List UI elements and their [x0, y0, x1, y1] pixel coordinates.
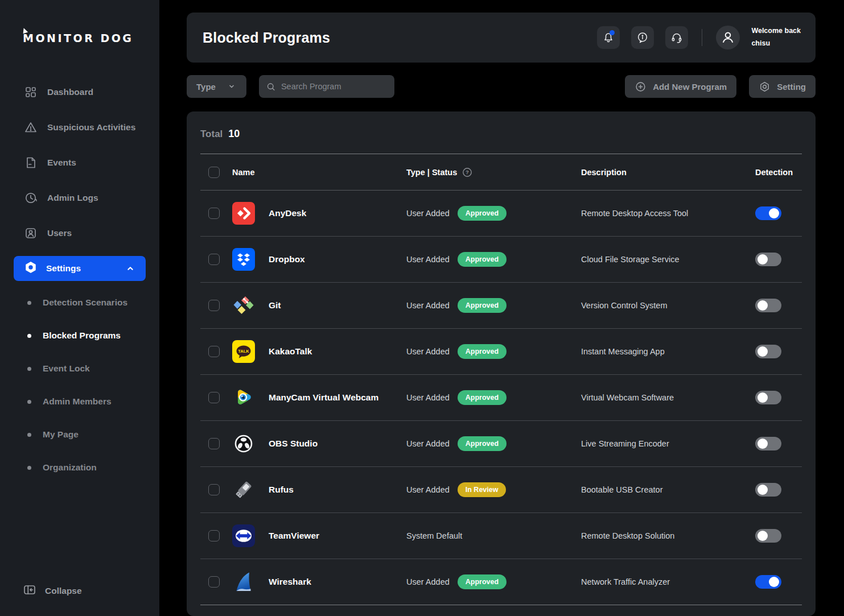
app-root: MONITOR DOG Dashboard Suspicious [0, 0, 844, 616]
detection-toggle[interactable] [755, 575, 781, 589]
row-checkbox[interactable] [208, 392, 220, 403]
search-input[interactable] [281, 82, 388, 91]
program-description: Bootable USB Creator [581, 485, 755, 494]
subnav-item-admin-members[interactable]: Admin Members [0, 385, 159, 418]
status-badge: Approved [458, 252, 507, 267]
toggle-knob [769, 577, 779, 587]
subnav-item-label: Organization [43, 462, 97, 473]
search-icon [266, 81, 276, 93]
program-description: Virtual Webcam Software [581, 393, 755, 402]
svg-text:?: ? [466, 169, 469, 175]
program-type: User Added [406, 209, 450, 218]
welcome-username: chisu [751, 38, 801, 50]
program-description: Remote Desktop Solution [581, 531, 755, 540]
page-title: Blocked Programs [203, 30, 330, 46]
row-checkbox[interactable] [208, 208, 220, 219]
support-button[interactable] [665, 26, 688, 49]
info-button[interactable] [631, 26, 654, 49]
total-count: Total 10 [200, 111, 802, 154]
toggle-knob [757, 485, 768, 495]
detection-toggle[interactable] [755, 529, 781, 543]
add-new-program-button[interactable]: Add New Program [625, 75, 736, 98]
subnav-item-label: Detection Scenarios [43, 297, 127, 308]
settings-submenu: Detection Scenarios Blocked Programs Eve… [0, 286, 159, 484]
history-clock-icon [24, 191, 38, 205]
header-divider [702, 29, 702, 46]
detection-toggle[interactable] [755, 483, 781, 497]
detection-toggle[interactable] [755, 206, 781, 220]
sidebar-item-label: Suspicious Activities [47, 122, 135, 133]
setting-button[interactable]: Setting [749, 75, 816, 98]
table-row: Rufus User Added In Review Bootable USB … [200, 467, 802, 513]
gear-hex-icon [759, 81, 771, 93]
main-content: Blocked Programs [159, 0, 844, 616]
subnav-item-my-page[interactable]: My Page [0, 418, 159, 451]
toggle-knob [757, 346, 768, 357]
help-icon[interactable]: ? [462, 167, 472, 177]
subnav-item-event-lock[interactable]: Event Lock [0, 352, 159, 385]
subnav-item-label: Blocked Programs [43, 330, 121, 341]
user-avatar[interactable] [716, 26, 740, 49]
subnav-item-blocked-programs[interactable]: Blocked Programs [0, 319, 159, 352]
top-header: Blocked Programs [187, 13, 816, 63]
bullet-icon [27, 334, 31, 338]
type-filter-dropdown[interactable]: Type [187, 75, 246, 98]
row-checkbox[interactable] [208, 530, 220, 541]
status-badge: Approved [458, 574, 507, 589]
row-checkbox[interactable] [208, 300, 220, 311]
program-type: User Added [406, 577, 450, 586]
svg-text:TALK: TALK [238, 349, 249, 354]
type-status-cell: User Added Approved [406, 344, 581, 359]
table-row: TALK KakaoTalk User Added Approved Insta… [200, 329, 802, 375]
toolbar: Type Add New Program [187, 75, 816, 98]
table-row: Wireshark User Added Approved Network Tr… [200, 559, 802, 605]
sidebar-item-admin-logs[interactable]: Admin Logs [0, 180, 159, 216]
kakaotalk-icon: TALK [232, 340, 255, 363]
program-name: Dropbox [269, 254, 406, 264]
sidebar-item-dashboard[interactable]: Dashboard [0, 75, 159, 110]
detection-toggle[interactable] [755, 391, 781, 404]
program-name: Git [269, 300, 406, 311]
sidebar-item-events[interactable]: Events [0, 145, 159, 180]
program-name: ManyCam Virtual Webcam [269, 392, 406, 403]
collapse-sidebar-button[interactable]: Collapse [23, 583, 82, 599]
program-description: Instant Messaging App [581, 347, 755, 356]
program-type: User Added [406, 347, 450, 356]
row-checkbox[interactable] [208, 254, 220, 265]
toggle-knob [757, 392, 768, 403]
detection-toggle[interactable] [755, 345, 781, 358]
sidebar-item-users[interactable]: Users [0, 216, 159, 251]
table-row: OBS Studio User Added Approved Live Stre… [200, 421, 802, 467]
table-row: Git User Added Approved Version Control … [200, 283, 802, 329]
setting-button-label: Setting [777, 82, 806, 92]
detection-toggle[interactable] [755, 299, 781, 312]
document-icon [24, 156, 38, 169]
sidebar-item-suspicious-activities[interactable]: Suspicious Activities [0, 110, 159, 145]
gear-icon [24, 261, 38, 276]
detection-toggle[interactable] [755, 437, 781, 450]
row-checkbox[interactable] [208, 576, 220, 588]
subnav-item-organization[interactable]: Organization [0, 451, 159, 484]
program-type: System Default [406, 531, 462, 540]
sidebar-item-label: Settings [46, 263, 81, 274]
subnav-item-detection-scenarios[interactable]: Detection Scenarios [0, 286, 159, 319]
chevron-up-icon [124, 262, 137, 275]
row-checkbox[interactable] [208, 346, 220, 357]
row-checkbox[interactable] [208, 484, 220, 495]
table-row: Dropbox User Added Approved Cloud File S… [200, 237, 802, 283]
detection-toggle[interactable] [755, 253, 781, 266]
row-checkbox[interactable] [208, 438, 220, 449]
brand-logo[interactable]: MONITOR DOG [0, 0, 159, 75]
bullet-icon [27, 433, 31, 437]
subnav-item-label: Event Lock [43, 363, 90, 374]
select-all-checkbox[interactable] [208, 167, 220, 178]
program-name: Rufus [269, 485, 406, 495]
program-type: User Added [406, 485, 450, 494]
header-actions: Welcome back chisu [597, 25, 801, 50]
notifications-button[interactable] [597, 26, 620, 49]
sidebar-item-settings[interactable]: Settings [14, 256, 146, 281]
table-header-row: Name Type | Status ? Description Detecti… [200, 154, 802, 191]
plus-circle-icon [635, 81, 647, 93]
column-header-description: Description [581, 168, 755, 177]
collapse-label: Collapse [45, 586, 82, 596]
